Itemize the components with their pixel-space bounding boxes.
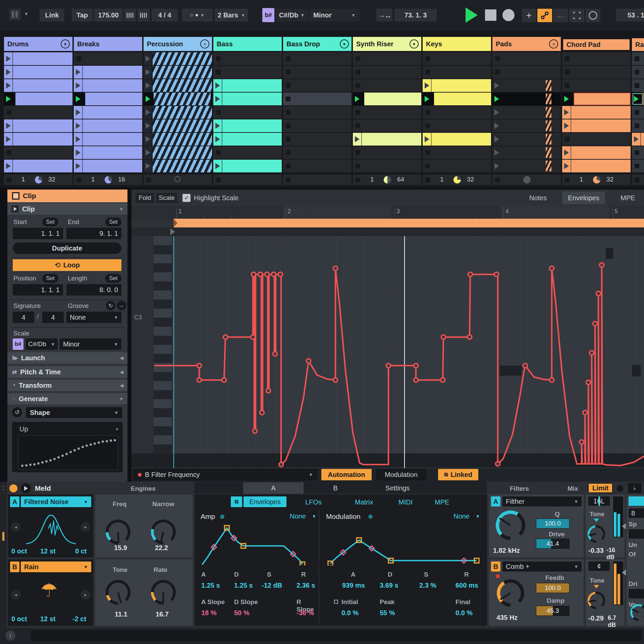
link-button[interactable]: Link [40,9,64,21]
clip-slot[interactable] [353,66,421,78]
clip-launch-icon[interactable] [355,96,360,102]
clip-slot[interactable] [283,79,352,92]
amp-envelope-curve[interactable] [199,525,317,566]
clip-slot[interactable] [632,66,644,78]
breakpoint[interactable] [523,364,528,368]
breakpoint[interactable] [251,335,255,339]
stop-all-button[interactable] [216,177,221,182]
mod-envelope-curve[interactable] [324,525,483,566]
scrub-area[interactable] [131,227,644,236]
clip-start-field[interactable]: 1. 1. 1 [13,228,63,239]
accidental-toggle[interactable]: b# [262,8,274,22]
clip-launch-icon[interactable] [76,69,80,75]
mod-decay[interactable]: 3.69 s [380,582,398,589]
clip-slot[interactable] [492,146,561,159]
end-set-button[interactable]: Set [105,218,121,226]
clip-slot[interactable] [283,66,352,78]
automation-toggle[interactable]: Automation [321,469,372,480]
breakpoint[interactable] [197,364,202,368]
nudge-down-button[interactable]: |||| [124,9,136,21]
engine-a-ct[interactable]: 0 ct [75,547,87,555]
clip-slot[interactable] [353,119,421,132]
device-preview-button[interactable] [21,483,31,493]
clip-stop-button[interactable] [356,83,360,88]
clip-slot[interactable] [423,106,491,119]
breakpoint[interactable] [550,266,554,271]
amp-release[interactable]: 2.36 s [297,582,315,589]
breakpoint[interactable] [593,322,597,326]
breakpoint[interactable] [265,272,269,277]
amp-decay[interactable]: 1.25 s [234,582,253,589]
clip-slot[interactable] [144,66,212,78]
mod-initial[interactable]: 0.0 % [341,609,359,617]
clip-stop-button[interactable] [286,110,290,115]
clip-launch-icon[interactable] [146,150,150,156]
clip-slot[interactable] [492,52,561,65]
damp-slider[interactable]: 45.3 [536,606,570,616]
track-header-keys[interactable]: Keys [423,37,491,51]
breakpoint[interactable] [583,411,587,415]
generator-menu[interactable]: Shape▼ [26,407,122,418]
clip-slot[interactable] [144,146,212,159]
capture-frame-button[interactable] [570,9,584,22]
clip-slot[interactable] [144,79,212,92]
clip-launch-icon[interactable] [146,83,150,89]
automation-envelope[interactable] [131,236,644,468]
device-title[interactable]: Meld [35,484,51,492]
clip-slot[interactable] [492,66,561,78]
clip-slot[interactable] [74,79,142,92]
engine-a-st[interactable]: 12 st [40,547,56,555]
stop-all-button[interactable] [495,177,500,182]
clip-stop-button[interactable] [286,70,290,74]
clip-slot[interactable] [283,119,352,132]
track-header-chord-pad[interactable]: Chord Pad [562,38,631,51]
loop-length-field[interactable]: 8. 0. 0 [66,284,121,296]
fold-button[interactable]: Fold [136,193,154,203]
clip-slot[interactable] [562,133,631,146]
clip-slot[interactable] [562,79,631,92]
envelope-parameter-menu[interactable]: B Filter Frequency ▼ [133,469,317,480]
section-transform[interactable]: ◔ Transform ◀ [7,380,127,391]
clip-stop-button[interactable] [286,137,290,142]
record-button[interactable] [502,9,515,21]
breakpoint[interactable] [586,380,591,385]
shape-mode-label[interactable]: Up [19,425,28,433]
clip-slot[interactable] [632,93,644,105]
clip-launch-icon[interactable] [425,96,429,102]
clip-slot[interactable] [283,160,352,172]
shape-mode-caret-icon[interactable]: ▾ [116,427,118,432]
clip-slot[interactable] [562,93,631,105]
clip-slot[interactable] [144,52,212,65]
breakpoint[interactable] [197,378,202,382]
clip-slot[interactable] [74,93,142,105]
notes-tab[interactable]: Notes [529,194,547,202]
clip-launch-icon[interactable] [564,109,569,115]
breakpoint[interactable] [273,352,277,356]
breakpoint[interactable] [333,378,338,382]
clip-slot[interactable] [562,66,631,78]
clip-launch-icon[interactable] [146,123,150,129]
oscillator-prev-button[interactable]: ◂ [11,522,21,532]
clip-slot[interactable] [423,133,491,146]
new-midi-button[interactable]: + [522,9,536,22]
tab-a[interactable]: A [243,482,304,494]
breakpoint[interactable] [494,272,499,277]
stop-all-button[interactable] [425,177,430,182]
track-menu-chevron-icon[interactable]: ▼ [61,40,70,49]
clip-slot[interactable] [213,133,282,146]
clip-slot[interactable] [353,146,421,159]
pan-b-field[interactable]: ¢ [588,561,610,571]
clip-stop-button[interactable] [216,150,221,155]
position-set-button[interactable]: Set [42,274,58,283]
breakpoint[interactable] [496,462,500,466]
freq-knob[interactable] [106,520,130,544]
clip-slot[interactable] [492,93,561,105]
rate-value[interactable]: 16.7 [156,610,169,618]
clip-slot[interactable] [423,146,491,159]
clip-launch-icon[interactable] [6,136,11,142]
clip-slot[interactable] [4,79,72,92]
mix-a-tone-value[interactable]: -0.33 [588,547,604,554]
window-caret-icon[interactable]: ▼ [24,11,29,16]
automation-arm-button[interactable] [537,9,552,22]
mix-a-tone-knob[interactable] [588,525,605,543]
